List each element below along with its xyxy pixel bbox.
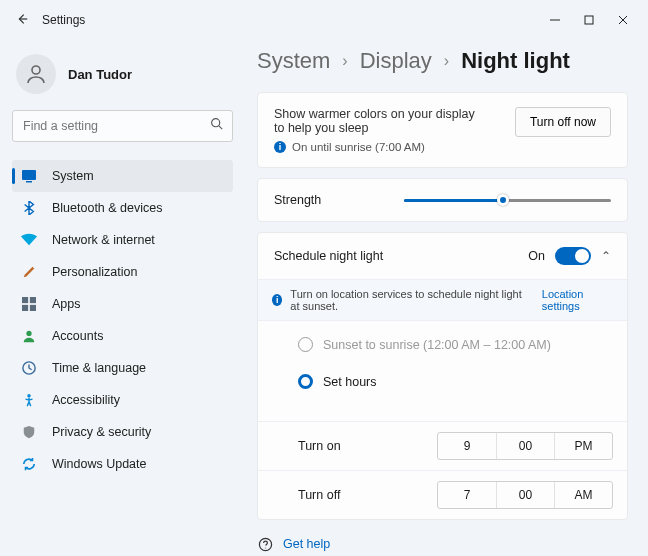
back-button[interactable]	[8, 12, 36, 29]
option-set-hours-label: Set hours	[323, 375, 377, 389]
svg-line-6	[219, 126, 222, 129]
brush-icon	[18, 261, 40, 283]
sidebar-item-accessibility[interactable]: Accessibility	[12, 384, 233, 416]
night-light-status: On until sunrise (7:00 AM)	[292, 141, 425, 153]
schedule-state: On	[528, 249, 545, 263]
sidebar-item-bluetooth[interactable]: Bluetooth & devices	[12, 192, 233, 224]
sidebar-item-time[interactable]: Time & language	[12, 352, 233, 384]
sidebar-item-label: Windows Update	[52, 457, 147, 471]
chevron-right-icon: ›	[444, 52, 449, 70]
accounts-icon	[18, 325, 40, 347]
svg-point-15	[27, 394, 31, 398]
sidebar-item-label: Privacy & security	[52, 425, 151, 439]
breadcrumb: System › Display › Night light	[257, 48, 628, 74]
get-help-link[interactable]: Get help	[257, 536, 628, 552]
turn-off-label: Turn off	[272, 488, 392, 502]
svg-rect-8	[26, 181, 32, 183]
wifi-icon	[18, 229, 40, 251]
schedule-label: Schedule night light	[274, 249, 383, 263]
night-light-description: Show warmer colors on your display to he…	[274, 107, 484, 135]
info-icon: i	[274, 141, 286, 153]
search-icon	[210, 117, 223, 133]
sidebar-item-label: Apps	[52, 297, 81, 311]
svg-rect-11	[22, 305, 28, 311]
svg-point-5	[212, 119, 220, 127]
turn-off-button[interactable]: Turn off now	[515, 107, 611, 137]
turn-off-hour[interactable]: 7	[438, 482, 496, 508]
svg-rect-10	[30, 297, 36, 303]
sidebar-item-label: Network & internet	[52, 233, 155, 247]
svg-rect-12	[30, 305, 36, 311]
info-icon: i	[272, 294, 282, 306]
option-sunset-label: Sunset to sunrise (12:00 AM – 12:00 AM)	[323, 338, 551, 352]
window-title: Settings	[42, 13, 85, 27]
sidebar-item-label: Accessibility	[52, 393, 120, 407]
strength-label: Strength	[274, 193, 404, 207]
sidebar-item-label: Accounts	[52, 329, 103, 343]
minimize-button[interactable]	[538, 6, 572, 34]
help-label: Get help	[283, 537, 330, 551]
sidebar-item-apps[interactable]: Apps	[12, 288, 233, 320]
sidebar-item-privacy[interactable]: Privacy & security	[12, 416, 233, 448]
radio-icon	[298, 374, 313, 389]
option-set-hours[interactable]: Set hours	[298, 374, 613, 389]
turn-off-minute[interactable]: 00	[496, 482, 554, 508]
location-settings-link[interactable]: Location settings	[542, 288, 613, 312]
chevron-right-icon: ›	[342, 52, 347, 70]
sidebar-item-system[interactable]: System	[12, 160, 233, 192]
search-container	[12, 110, 233, 142]
sidebar-item-label: Bluetooth & devices	[52, 201, 163, 215]
sidebar-item-accounts[interactable]: Accounts	[12, 320, 233, 352]
svg-rect-9	[22, 297, 28, 303]
help-icon	[257, 536, 273, 552]
turn-on-picker: 9 00 PM	[437, 432, 613, 460]
sidebar-nav: System Bluetooth & devices Network & int…	[12, 160, 233, 480]
close-button[interactable]	[606, 6, 640, 34]
svg-point-4	[32, 66, 40, 74]
sidebar-item-label: System	[52, 169, 94, 183]
shield-icon	[18, 421, 40, 443]
breadcrumb-display[interactable]: Display	[360, 48, 432, 74]
bluetooth-icon	[18, 197, 40, 219]
turn-on-label: Turn on	[272, 439, 392, 453]
user-name: Dan Tudor	[68, 67, 132, 82]
apps-icon	[18, 293, 40, 315]
user-profile[interactable]: Dan Tudor	[16, 54, 233, 94]
update-icon	[18, 453, 40, 475]
location-banner-text: Turn on location services to schedule ni…	[290, 288, 533, 312]
sidebar-item-personalization[interactable]: Personalization	[12, 256, 233, 288]
turn-on-period[interactable]: PM	[554, 433, 612, 459]
turn-on-hour[interactable]: 9	[438, 433, 496, 459]
maximize-button[interactable]	[572, 6, 606, 34]
svg-rect-7	[22, 170, 36, 180]
turn-on-minute[interactable]: 00	[496, 433, 554, 459]
sidebar-item-label: Personalization	[52, 265, 137, 279]
schedule-header[interactable]: Schedule night light On ⌃	[258, 233, 627, 279]
option-sunset[interactable]: Sunset to sunrise (12:00 AM – 12:00 AM)	[298, 337, 613, 352]
clock-icon	[18, 357, 40, 379]
turn-off-period[interactable]: AM	[554, 482, 612, 508]
turn-off-picker: 7 00 AM	[437, 481, 613, 509]
accessibility-icon	[18, 389, 40, 411]
page-title: Night light	[461, 48, 570, 74]
avatar-icon	[16, 54, 56, 94]
svg-point-13	[26, 331, 31, 336]
sidebar-item-update[interactable]: Windows Update	[12, 448, 233, 480]
sidebar-item-label: Time & language	[52, 361, 146, 375]
sidebar-item-network[interactable]: Network & internet	[12, 224, 233, 256]
strength-slider[interactable]	[404, 193, 611, 207]
chevron-up-icon: ⌃	[601, 249, 611, 263]
schedule-toggle[interactable]	[555, 247, 591, 265]
system-icon	[18, 165, 40, 187]
breadcrumb-system[interactable]: System	[257, 48, 330, 74]
search-input[interactable]	[12, 110, 233, 142]
svg-rect-1	[585, 16, 593, 24]
svg-point-16	[259, 538, 271, 550]
radio-icon	[298, 337, 313, 352]
